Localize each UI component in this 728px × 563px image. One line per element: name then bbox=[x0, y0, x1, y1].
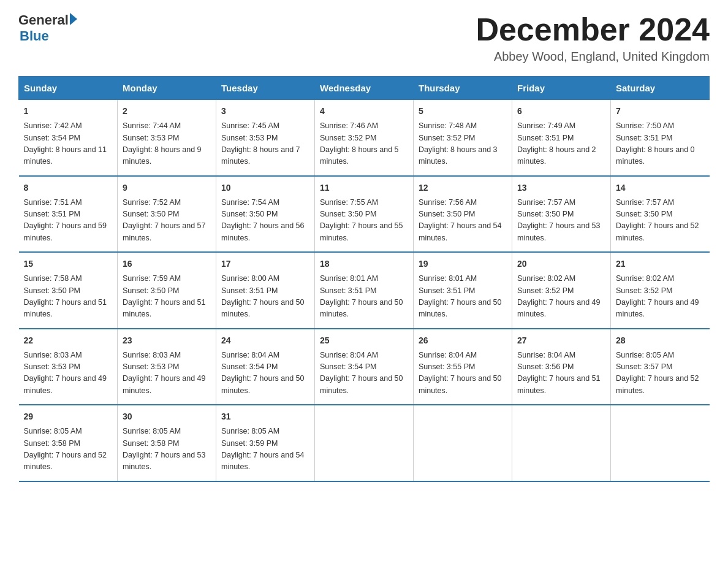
day-info: Sunrise: 8:05 AMSunset: 3:58 PMDaylight:… bbox=[24, 427, 107, 471]
day-number: 26 bbox=[419, 334, 507, 347]
day-number: 9 bbox=[123, 182, 211, 194]
day-cell: 31Sunrise: 8:05 AMSunset: 3:59 PMDayligh… bbox=[216, 405, 315, 481]
day-number: 10 bbox=[221, 182, 309, 194]
day-info: Sunrise: 7:52 AMSunset: 3:50 PMDaylight:… bbox=[123, 198, 206, 242]
header-friday: Friday bbox=[512, 77, 611, 100]
day-cell: 5Sunrise: 7:48 AMSunset: 3:52 PMDaylight… bbox=[414, 100, 512, 176]
day-cell: 11Sunrise: 7:55 AMSunset: 3:50 PMDayligh… bbox=[315, 176, 414, 253]
week-row-2: 8Sunrise: 7:51 AMSunset: 3:51 PMDaylight… bbox=[19, 176, 710, 253]
day-number: 5 bbox=[419, 105, 507, 118]
header-row: SundayMondayTuesdayWednesdayThursdayFrid… bbox=[19, 77, 710, 100]
day-cell: 21Sunrise: 8:02 AMSunset: 3:52 PMDayligh… bbox=[611, 252, 710, 329]
header-sunday: Sunday bbox=[19, 77, 118, 100]
day-info: Sunrise: 7:56 AMSunset: 3:50 PMDaylight:… bbox=[419, 198, 502, 242]
day-info: Sunrise: 8:01 AMSunset: 3:51 PMDaylight:… bbox=[320, 274, 403, 318]
title-block: December 2024 Abbey Wood, England, Unite… bbox=[476, 12, 710, 64]
day-cell: 13Sunrise: 7:57 AMSunset: 3:50 PMDayligh… bbox=[512, 176, 611, 253]
day-cell: 29Sunrise: 8:05 AMSunset: 3:58 PMDayligh… bbox=[19, 405, 118, 481]
day-number: 22 bbox=[24, 334, 113, 347]
day-info: Sunrise: 7:57 AMSunset: 3:50 PMDaylight:… bbox=[616, 198, 699, 242]
header-tuesday: Tuesday bbox=[216, 77, 315, 100]
day-cell: 26Sunrise: 8:04 AMSunset: 3:55 PMDayligh… bbox=[414, 329, 512, 405]
week-row-3: 15Sunrise: 7:58 AMSunset: 3:50 PMDayligh… bbox=[19, 252, 710, 329]
day-cell: 27Sunrise: 8:04 AMSunset: 3:56 PMDayligh… bbox=[512, 329, 611, 405]
day-info: Sunrise: 8:02 AMSunset: 3:52 PMDaylight:… bbox=[616, 274, 699, 318]
day-cell: 4Sunrise: 7:46 AMSunset: 3:52 PMDaylight… bbox=[315, 100, 414, 176]
day-info: Sunrise: 8:03 AMSunset: 3:53 PMDaylight:… bbox=[123, 351, 206, 395]
day-number: 20 bbox=[517, 258, 605, 270]
day-cell: 15Sunrise: 7:58 AMSunset: 3:50 PMDayligh… bbox=[19, 252, 118, 329]
day-number: 14 bbox=[616, 182, 705, 194]
week-row-5: 29Sunrise: 8:05 AMSunset: 3:58 PMDayligh… bbox=[19, 405, 710, 481]
day-number: 13 bbox=[517, 182, 605, 194]
day-info: Sunrise: 8:04 AMSunset: 3:55 PMDaylight:… bbox=[419, 351, 502, 395]
week-row-1: 1Sunrise: 7:42 AMSunset: 3:54 PMDaylight… bbox=[19, 100, 710, 176]
day-number: 24 bbox=[221, 334, 309, 347]
calendar-table: SundayMondayTuesdayWednesdayThursdayFrid… bbox=[18, 76, 710, 482]
day-info: Sunrise: 7:44 AMSunset: 3:53 PMDaylight:… bbox=[123, 121, 202, 166]
day-info: Sunrise: 8:03 AMSunset: 3:53 PMDaylight:… bbox=[24, 351, 107, 395]
day-cell: 17Sunrise: 8:00 AMSunset: 3:51 PMDayligh… bbox=[216, 252, 315, 329]
day-cell: 3Sunrise: 7:45 AMSunset: 3:53 PMDaylight… bbox=[216, 100, 315, 176]
day-cell: 30Sunrise: 8:05 AMSunset: 3:58 PMDayligh… bbox=[118, 405, 216, 481]
day-info: Sunrise: 8:04 AMSunset: 3:54 PMDaylight:… bbox=[221, 351, 305, 395]
day-info: Sunrise: 8:05 AMSunset: 3:58 PMDaylight:… bbox=[123, 427, 206, 471]
day-cell: 16Sunrise: 7:59 AMSunset: 3:50 PMDayligh… bbox=[118, 252, 216, 329]
day-cell: 20Sunrise: 8:02 AMSunset: 3:52 PMDayligh… bbox=[512, 252, 611, 329]
logo-general: General bbox=[18, 12, 69, 28]
day-number: 3 bbox=[221, 105, 309, 118]
day-cell: 10Sunrise: 7:54 AMSunset: 3:50 PMDayligh… bbox=[216, 176, 315, 253]
day-cell: 8Sunrise: 7:51 AMSunset: 3:51 PMDaylight… bbox=[19, 176, 118, 253]
calendar-header: SundayMondayTuesdayWednesdayThursdayFrid… bbox=[19, 77, 710, 100]
day-number: 23 bbox=[123, 334, 211, 347]
day-info: Sunrise: 7:50 AMSunset: 3:51 PMDaylight:… bbox=[616, 121, 695, 166]
logo-arrow-icon bbox=[70, 13, 77, 25]
day-info: Sunrise: 8:01 AMSunset: 3:51 PMDaylight:… bbox=[419, 274, 502, 318]
day-info: Sunrise: 7:42 AMSunset: 3:54 PMDaylight:… bbox=[24, 121, 107, 166]
day-info: Sunrise: 7:48 AMSunset: 3:52 PMDaylight:… bbox=[419, 121, 498, 166]
day-info: Sunrise: 7:51 AMSunset: 3:51 PMDaylight:… bbox=[24, 198, 107, 242]
day-info: Sunrise: 7:45 AMSunset: 3:53 PMDaylight:… bbox=[221, 121, 300, 166]
day-number: 16 bbox=[123, 258, 211, 270]
day-cell: 9Sunrise: 7:52 AMSunset: 3:50 PMDaylight… bbox=[118, 176, 216, 253]
day-info: Sunrise: 8:04 AMSunset: 3:56 PMDaylight:… bbox=[517, 351, 601, 395]
day-info: Sunrise: 7:46 AMSunset: 3:52 PMDaylight:… bbox=[320, 121, 399, 166]
day-number: 2 bbox=[123, 105, 211, 118]
logo-blue: Blue bbox=[20, 28, 77, 44]
day-number: 25 bbox=[320, 334, 408, 347]
header-wednesday: Wednesday bbox=[315, 77, 414, 100]
day-number: 12 bbox=[419, 182, 507, 194]
header-saturday: Saturday bbox=[611, 77, 710, 100]
day-info: Sunrise: 7:58 AMSunset: 3:50 PMDaylight:… bbox=[24, 274, 107, 318]
day-cell: 18Sunrise: 8:01 AMSunset: 3:51 PMDayligh… bbox=[315, 252, 414, 329]
header-thursday: Thursday bbox=[414, 77, 512, 100]
day-cell: 22Sunrise: 8:03 AMSunset: 3:53 PMDayligh… bbox=[19, 329, 118, 405]
day-number: 15 bbox=[24, 258, 113, 270]
header-monday: Monday bbox=[118, 77, 216, 100]
day-number: 21 bbox=[616, 258, 705, 270]
day-number: 17 bbox=[221, 258, 309, 270]
logo: General Blue bbox=[18, 12, 77, 44]
day-number: 11 bbox=[320, 182, 408, 194]
day-number: 1 bbox=[24, 105, 113, 118]
day-cell bbox=[512, 405, 611, 481]
day-cell bbox=[315, 405, 414, 481]
week-row-4: 22Sunrise: 8:03 AMSunset: 3:53 PMDayligh… bbox=[19, 329, 710, 405]
day-cell bbox=[611, 405, 710, 481]
day-number: 18 bbox=[320, 258, 408, 270]
day-number: 8 bbox=[24, 182, 113, 194]
location: Abbey Wood, England, United Kingdom bbox=[476, 50, 710, 64]
day-info: Sunrise: 8:00 AMSunset: 3:51 PMDaylight:… bbox=[221, 274, 305, 318]
day-info: Sunrise: 7:54 AMSunset: 3:50 PMDaylight:… bbox=[221, 198, 305, 242]
day-cell: 6Sunrise: 7:49 AMSunset: 3:51 PMDaylight… bbox=[512, 100, 611, 176]
day-number: 6 bbox=[517, 105, 605, 118]
day-info: Sunrise: 7:49 AMSunset: 3:51 PMDaylight:… bbox=[517, 121, 596, 166]
day-cell: 1Sunrise: 7:42 AMSunset: 3:54 PMDaylight… bbox=[19, 100, 118, 176]
day-cell: 14Sunrise: 7:57 AMSunset: 3:50 PMDayligh… bbox=[611, 176, 710, 253]
day-info: Sunrise: 8:02 AMSunset: 3:52 PMDaylight:… bbox=[517, 274, 601, 318]
day-cell: 25Sunrise: 8:04 AMSunset: 3:54 PMDayligh… bbox=[315, 329, 414, 405]
day-info: Sunrise: 8:05 AMSunset: 3:59 PMDaylight:… bbox=[221, 427, 305, 471]
day-cell: 7Sunrise: 7:50 AMSunset: 3:51 PMDaylight… bbox=[611, 100, 710, 176]
day-number: 29 bbox=[24, 410, 113, 423]
day-number: 4 bbox=[320, 105, 408, 118]
